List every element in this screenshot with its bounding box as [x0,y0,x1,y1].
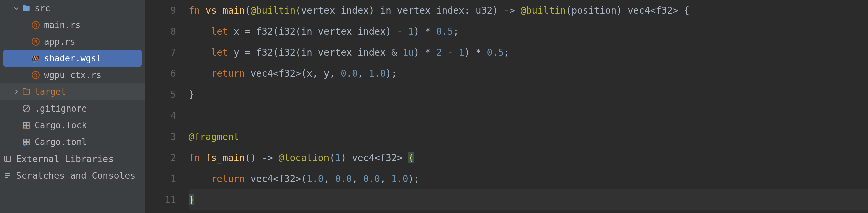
svg-rect-16 [27,139,29,142]
folder-orange-icon [21,87,31,97]
tree-item-label: wgpu_ctx.rs [44,70,101,80]
code-line[interactable]: fn fs_main() -> @location(1) vec4<f32> { [189,147,868,168]
external-libraries[interactable]: External Libraries [0,150,145,167]
svg-rect-15 [23,139,26,142]
library-icon [3,154,13,163]
tree-item-label: Cargo.toml [35,137,87,147]
code-editor[interactable]: 98765432111 fn vs_main(@builtin(vertex_i… [145,0,868,213]
svg-rect-20 [5,156,11,161]
scratches-consoles[interactable]: Scratches and Consoles [0,167,145,184]
tree-item-app-rs[interactable]: Rapp.rs [0,33,145,50]
scratches-icon [3,170,13,180]
svg-point-14 [23,127,26,129]
svg-rect-11 [27,122,29,125]
tree-item-Cargo-toml[interactable]: Cargo.toml [0,133,145,150]
chevron-icon [13,6,20,11]
toml-icon [21,137,31,147]
rust-icon: R [31,37,41,47]
code-line[interactable]: let x = f32(i32(in_vertex_index) - 1) * … [189,21,868,42]
tree-item-label: src [35,3,51,13]
svg-rect-18 [27,142,29,145]
tree-item-Cargo-lock[interactable]: Cargo.lock [0,117,145,133]
svg-text:R: R [34,72,37,78]
code-line[interactable] [189,105,868,126]
ignore-icon [21,103,31,114]
scratches-label: Scratches and Consoles [16,170,135,181]
svg-rect-10 [23,122,26,125]
code-line[interactable]: @fragment [189,126,868,147]
lock-icon [21,120,31,130]
code-line[interactable]: } [189,84,868,105]
gutter-line: 6 [145,63,176,84]
chevron-icon [13,89,20,94]
tree-item-label: main.rs [44,20,81,30]
svg-text:R: R [34,22,37,28]
tree-item-label: target [35,87,66,97]
rust-icon: R [31,70,41,80]
shader-icon: gpu [31,53,41,63]
tree-item-target[interactable]: target [0,84,145,100]
folder-icon [21,3,31,13]
code-line[interactable]: fn vs_main(@builtin(vertex_index) in_ver… [189,0,868,21]
project-sidebar: srcRmain.rsRapp.rsgpushader.wgslRwgpu_ct… [0,0,145,213]
gutter-line: 7 [145,42,176,63]
line-gutter: 98765432111 [145,0,189,213]
svg-text:gpu: gpu [33,60,38,63]
gutter-line: 4 [145,105,176,126]
external-libraries-label: External Libraries [16,154,114,164]
code-line[interactable]: let y = f32(i32(in_vertex_index & 1u) * … [189,42,868,63]
tree-item-label: app.rs [44,37,75,47]
code-line[interactable]: return vec4<f32>(1.0, 0.0, 0.0, 1.0); [189,168,868,189]
tree-item-label: Cargo.lock [35,120,87,130]
gutter-line: 5 [145,84,176,105]
gutter-line: 2 [145,147,176,168]
gutter-line: 8 [145,21,176,42]
tree-item-main-rs[interactable]: Rmain.rs [0,17,145,33]
svg-point-19 [23,144,26,146]
tree-item-wgpu_ctx-rs[interactable]: Rwgpu_ctx.rs [0,67,145,84]
svg-rect-13 [27,125,29,128]
tree-item-label: shader.wgsl [44,53,101,63]
code-line[interactable]: return vec4<f32>(x, y, 0.0, 1.0); [189,63,868,84]
gutter-line: 1 [145,168,176,189]
svg-text:R: R [34,39,37,44]
tree-item-shader-wgsl[interactable]: gpushader.wgsl [3,50,142,67]
code-content[interactable]: fn vs_main(@builtin(vertex_index) in_ver… [189,0,868,213]
gutter-line: 3 [145,126,176,147]
tree-item--gitignore[interactable]: .gitignore [0,100,145,117]
gutter-line: 11 [145,189,176,210]
gutter-line: 9 [145,0,176,21]
rust-icon: R [31,20,41,30]
svg-line-9 [24,106,29,111]
tree-item-src[interactable]: src [0,0,145,17]
tree-item-label: .gitignore [35,103,87,114]
code-line[interactable]: } [189,189,868,210]
